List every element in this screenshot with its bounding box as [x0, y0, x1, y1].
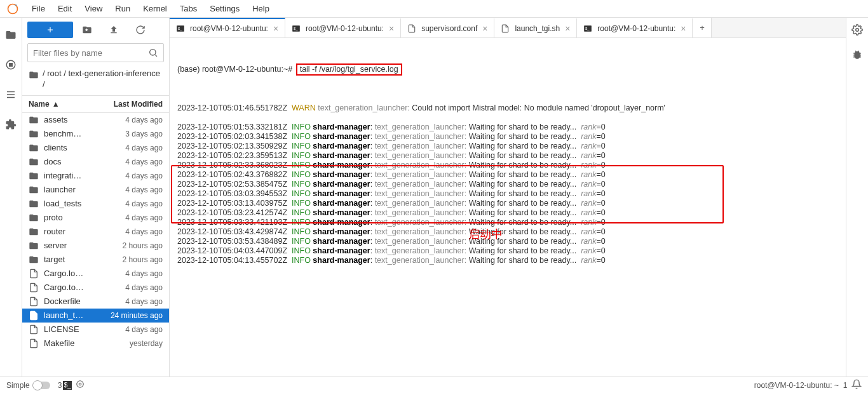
file-row[interactable]: proto4 days ago	[22, 211, 169, 225]
extensions-icon[interactable]	[5, 119, 17, 132]
file-name: integrati…	[44, 171, 125, 180]
status-count: 3	[58, 381, 62, 390]
file-row[interactable]: integrati…4 days ago	[22, 169, 169, 183]
file-row[interactable]: clients4 days ago	[22, 141, 169, 155]
col-modified[interactable]: Last Modified	[114, 100, 163, 109]
refresh-button[interactable]	[128, 22, 153, 38]
file-name: load_tests	[44, 199, 125, 208]
main-area: $_root@VM-0-12-ubuntu: ×$_root@VM-0-12-u…	[170, 18, 846, 376]
file-browser: / root / text-generation-inference / Nam…	[22, 18, 170, 376]
log-line: 2023-12-10T05:03:43.429874Z INFO shard-m…	[177, 227, 838, 237]
file-modified: 4 days ago	[125, 227, 163, 236]
file-name: launch_t…	[44, 310, 111, 320]
annotation-text: 启动中	[468, 230, 503, 239]
add-tab-button[interactable]: +	[693, 18, 712, 37]
close-icon[interactable]: ×	[389, 23, 394, 34]
file-name: clients	[44, 143, 125, 152]
file-modified: 4 days ago	[125, 283, 163, 292]
svg-text:$_: $_	[585, 26, 590, 30]
tab[interactable]: launch_tgi.sh×	[494, 18, 577, 37]
debug-icon[interactable]	[851, 49, 863, 62]
filter-input[interactable]	[33, 48, 148, 58]
menu-run[interactable]: Run	[109, 4, 137, 13]
file-row[interactable]: LICENSE4 days ago	[22, 323, 169, 336]
svg-point-15	[856, 29, 859, 32]
log-line: 2023-12-10T05:02:03.341538Z INFO shard-m…	[177, 132, 838, 142]
toc-icon[interactable]	[5, 89, 17, 102]
gear-icon[interactable]	[851, 24, 863, 37]
close-icon[interactable]: ×	[565, 23, 570, 34]
new-launcher-button[interactable]	[27, 22, 73, 38]
running-icon[interactable]	[5, 59, 17, 72]
sort-asc-icon: ▲	[52, 100, 60, 109]
file-row[interactable]: router4 days ago	[22, 225, 169, 239]
menu-settings[interactable]: Settings	[203, 4, 246, 13]
menu-kernel[interactable]: Kernel	[137, 4, 173, 13]
prompt: (base) root@VM-0-12-ubuntu:~#	[177, 65, 292, 74]
close-icon[interactable]: ×	[482, 23, 487, 34]
bell-icon[interactable]	[851, 379, 862, 391]
log-line: 2023-12-10T05:01:53.332181Z INFO shard-m…	[177, 123, 838, 132]
file-modified: 4 days ago	[125, 116, 163, 124]
tab-bar: $_root@VM-0-12-ubuntu: ×$_root@VM-0-12-u…	[170, 18, 846, 38]
log-line: 2023-12-10T05:02:43.376882Z INFO shard-m…	[177, 170, 838, 180]
file-row[interactable]: server2 hours ago	[22, 239, 169, 253]
activity-bar	[0, 18, 22, 376]
menu-tabs[interactable]: Tabs	[173, 4, 203, 13]
tab-label: root@VM-0-12-ubuntu:	[190, 24, 268, 33]
folder-icon	[29, 70, 39, 80]
close-icon[interactable]: ×	[681, 23, 686, 34]
file-row[interactable]: target2 hours ago	[22, 253, 169, 267]
tab[interactable]: $_root@VM-0-12-ubuntu: ×	[577, 18, 693, 37]
file-list: assets4 days agobenchm…3 days agoclients…	[22, 113, 169, 376]
tab[interactable]: supervisord.conf×	[401, 18, 494, 37]
menu-view[interactable]: View	[78, 4, 109, 13]
file-name: launcher	[44, 185, 125, 194]
file-row[interactable]: Cargo.lo…4 days ago	[22, 267, 169, 281]
file-row[interactable]: launch_t…24 minutes ago	[22, 309, 169, 323]
file-row[interactable]: Makefileyesterday	[22, 336, 169, 350]
status-terminal-name[interactable]: root@VM-0-12-ubuntu: ~	[754, 381, 839, 390]
status-settings-icon[interactable]	[76, 380, 85, 390]
folder-icon[interactable]	[5, 29, 17, 43]
breadcrumb[interactable]: / root / text-generation-inference /	[22, 66, 169, 95]
svg-point-16	[79, 383, 82, 385]
upload-button[interactable]	[101, 22, 126, 38]
tab-label: root@VM-0-12-ubuntu:	[597, 24, 675, 33]
file-row[interactable]: assets4 days ago	[22, 113, 169, 127]
mode-toggle[interactable]	[34, 382, 50, 389]
status-right-num: 1	[843, 381, 848, 390]
file-row[interactable]: benchm…3 days ago	[22, 127, 169, 141]
menu-file[interactable]: File	[25, 4, 51, 13]
file-modified: yesterday	[130, 339, 163, 348]
file-row[interactable]: Dockerfile4 days ago	[22, 295, 169, 309]
filter-box[interactable]	[27, 43, 164, 62]
log-line: 2023-12-10T05:02:33.368023Z INFO shard-m…	[177, 161, 838, 170]
col-name[interactable]: Name	[29, 100, 50, 109]
breadcrumb-path[interactable]: / root / text-generation-inference /	[43, 69, 163, 90]
tab[interactable]: $_root@VM-0-12-ubuntu: ×	[170, 18, 285, 37]
search-icon	[148, 48, 158, 58]
file-row[interactable]: launcher4 days ago	[22, 183, 169, 197]
file-row[interactable]: Cargo.to…4 days ago	[22, 281, 169, 295]
close-icon[interactable]: ×	[273, 23, 278, 34]
file-row[interactable]: docs4 days ago	[22, 155, 169, 169]
status-mode[interactable]: Simple	[6, 381, 30, 390]
file-name: proto	[44, 213, 125, 222]
file-row[interactable]: load_tests4 days ago	[22, 197, 169, 211]
file-name: assets	[44, 115, 125, 124]
svg-text:$_: $_	[178, 26, 182, 30]
new-folder-button[interactable]	[74, 22, 100, 38]
file-name: benchm…	[44, 129, 125, 138]
file-name: Makefile	[44, 338, 130, 348]
menu-edit[interactable]: Edit	[51, 4, 78, 13]
log-line: 2023-12-10T05:02:23.359513Z INFO shard-m…	[177, 151, 838, 161]
file-modified: 4 days ago	[125, 297, 163, 306]
log-line: 2023-12-10T05:04:03.447009Z INFO shard-m…	[177, 246, 838, 256]
command-highlight: tail -f /var/log/tgi_service.log	[296, 63, 402, 76]
tab[interactable]: $_root@VM-0-12-ubuntu: ×	[285, 18, 401, 37]
terminal-output[interactable]: (base) root@VM-0-12-ubuntu:~# tail -f /v…	[170, 38, 846, 376]
menu-help[interactable]: Help	[246, 4, 276, 13]
menubar: FileEditViewRunKernelTabsSettingsHelp	[0, 0, 868, 18]
file-name: Cargo.lo…	[44, 269, 125, 278]
